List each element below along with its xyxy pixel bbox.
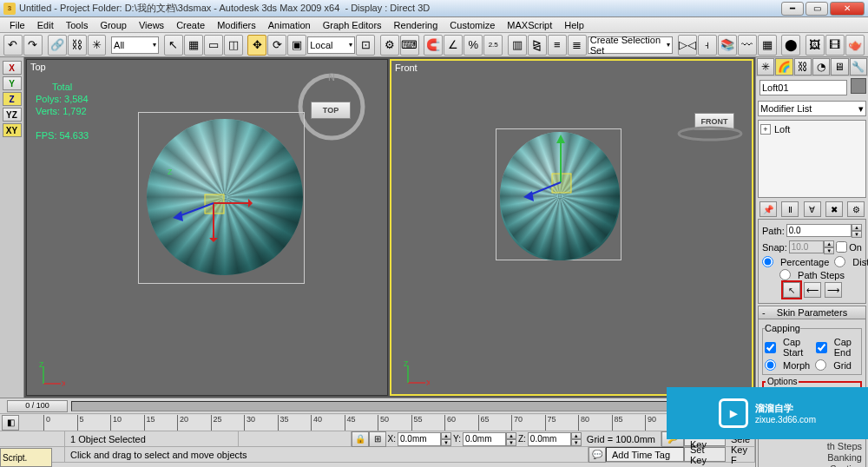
menu-file[interactable]: File [3, 20, 31, 30]
menu-animation[interactable]: Animation [262, 20, 317, 30]
tab-hierarchy[interactable]: ⛓ [794, 58, 812, 76]
tab-utilities[interactable]: 🔧 [850, 58, 867, 76]
redo-button[interactable]: ↷ [23, 35, 43, 56]
menu-help[interactable]: Help [558, 20, 590, 30]
select-name-button[interactable]: ▦ [184, 35, 203, 56]
render-button[interactable]: 🫖 [845, 35, 865, 56]
unique-button[interactable]: ∀ [804, 201, 821, 217]
tab-motion[interactable]: ◔ [812, 58, 830, 76]
stack-item-loft[interactable]: + Loft [760, 122, 864, 136]
undo-button[interactable]: ↶ [3, 35, 23, 56]
minimize-button[interactable]: ━ [781, 2, 804, 16]
menu-group[interactable]: Group [94, 20, 133, 30]
render-setup-button[interactable]: 🖼 [806, 35, 825, 56]
bind-button[interactable]: ✳ [88, 35, 107, 56]
object-name-field[interactable]: Loft01 [760, 80, 847, 95]
axis-yz-button[interactable]: YZ [3, 108, 22, 122]
distance-radio[interactable] [834, 256, 845, 267]
axis-x-button[interactable]: X [3, 61, 22, 75]
percent-snap-button[interactable]: % [464, 35, 483, 56]
snap-on-checkbox[interactable] [836, 241, 847, 253]
time-slider[interactable]: 0 / 100 [7, 400, 68, 412]
menu-maxscript[interactable]: MAXScript [501, 20, 558, 30]
lock-selection-button[interactable]: 🔒 [352, 431, 369, 447]
named-sel-button[interactable]: ▥ [508, 35, 527, 56]
axis-z-button[interactable]: Z [3, 92, 22, 106]
link-button[interactable]: 🔗 [48, 35, 67, 56]
material-editor-button[interactable]: ⬤ [781, 35, 800, 56]
coord-y-input[interactable] [463, 432, 506, 446]
grid-radio[interactable] [815, 359, 826, 371]
capstart-checkbox[interactable] [765, 342, 776, 353]
move-gizmo[interactable]: z [166, 155, 253, 242]
move-gizmo-front[interactable] [522, 130, 600, 269]
align-tool-button[interactable]: ⫞ [698, 35, 717, 56]
viewport-front[interactable]: Front FRONT x z [390, 59, 753, 396]
morph-radio[interactable] [765, 359, 776, 371]
render-frame-button[interactable]: 🎞 [825, 35, 845, 56]
pivot-button[interactable]: ⊡ [356, 35, 375, 56]
coord-x-input[interactable] [398, 432, 441, 446]
tab-create[interactable]: ✳ [757, 58, 774, 76]
abs-rel-button[interactable]: ⊞ [369, 431, 386, 447]
pin-stack-button[interactable]: 📌 [760, 201, 777, 217]
trackbar-ruler[interactable]: 0510152025303540455055606570758085909510… [43, 415, 712, 431]
viewport-top[interactable]: Top Total Polys: 3,584 Verts: 1,792 FPS:… [26, 59, 388, 396]
tab-modify[interactable]: 🌈 [775, 58, 792, 76]
close-button[interactable]: ✕ [830, 2, 865, 16]
modifier-list-dropdown[interactable]: Modifier List [758, 101, 866, 116]
layer-filter-dropdown[interactable]: All [111, 36, 159, 54]
select-region-button[interactable]: ▭ [204, 35, 223, 56]
align-button[interactable]: ≡ [548, 35, 567, 56]
menu-grapheditors[interactable]: Graph Editors [317, 20, 388, 30]
object-color-swatch[interactable] [851, 78, 866, 94]
scale-button[interactable]: ▣ [287, 35, 306, 56]
schematic-button[interactable]: ▦ [758, 35, 777, 56]
setkey-button[interactable]: Set Key [684, 447, 726, 462]
ref-coord-dropdown[interactable]: Local [307, 36, 355, 54]
show-end-button[interactable]: Ⅱ [781, 201, 799, 217]
prev-shape-button[interactable]: ⟵ [804, 282, 821, 298]
spinner-snap-button[interactable]: 2.5 [483, 35, 503, 56]
maximize-button[interactable]: ▭ [806, 2, 828, 16]
menu-rendering[interactable]: Rendering [388, 20, 444, 30]
keymode-button[interactable]: ⌨ [400, 35, 419, 56]
layers-tool-button[interactable]: 📚 [718, 35, 737, 56]
axis-y-button[interactable]: Y [3, 76, 22, 90]
unlink-button[interactable]: ⛓ [68, 35, 87, 56]
comm-center-button[interactable]: 💬 [589, 447, 606, 463]
viewcube-top-face[interactable]: TOP [311, 102, 351, 119]
modifier-stack[interactable]: + Loft [758, 120, 866, 198]
manipulate-button[interactable]: ⚙ [380, 35, 399, 56]
menu-edit[interactable]: Edit [31, 20, 60, 30]
percentage-radio[interactable] [762, 256, 773, 267]
get-shape-button[interactable]: ↖ [783, 282, 800, 298]
move-button[interactable]: ✥ [247, 35, 266, 56]
configure-button[interactable]: ⚙ [847, 201, 865, 217]
axis-xy-button[interactable]: XY [3, 123, 22, 137]
mirror-button[interactable]: ⧎ [528, 35, 547, 56]
next-shape-button[interactable]: ⟶ [825, 282, 842, 298]
selection-set-dropdown[interactable]: Create Selection Set [588, 36, 674, 54]
menu-views[interactable]: Views [133, 20, 170, 30]
expand-icon[interactable]: + [760, 124, 771, 135]
rollout-skin-params[interactable]: -Skin Parameters [758, 306, 866, 319]
angle-snap-button[interactable]: ∠ [444, 35, 463, 56]
curve-editor-button[interactable]: 〰 [738, 35, 757, 56]
capend-checkbox[interactable] [816, 342, 827, 353]
menu-customize[interactable]: Customize [444, 20, 501, 30]
menu-create[interactable]: Create [170, 20, 211, 30]
add-time-tag[interactable]: Add Time Tag [606, 447, 684, 462]
snap-button[interactable]: 🧲 [424, 35, 443, 56]
menu-tools[interactable]: Tools [60, 20, 95, 30]
mirror-tool-button[interactable]: ▷◁ [678, 35, 697, 56]
pathsteps-radio[interactable] [779, 269, 791, 280]
remove-mod-button[interactable]: ✖ [825, 201, 843, 217]
path-input[interactable] [786, 224, 852, 237]
window-crossing-button[interactable]: ◫ [224, 35, 243, 56]
rotate-button[interactable]: ⟳ [267, 35, 286, 56]
tab-display[interactable]: 🖥 [831, 58, 848, 76]
layers-button[interactable]: ≣ [568, 35, 587, 56]
menu-modifiers[interactable]: Modifiers [211, 20, 262, 30]
time-slider-track[interactable] [71, 401, 752, 411]
